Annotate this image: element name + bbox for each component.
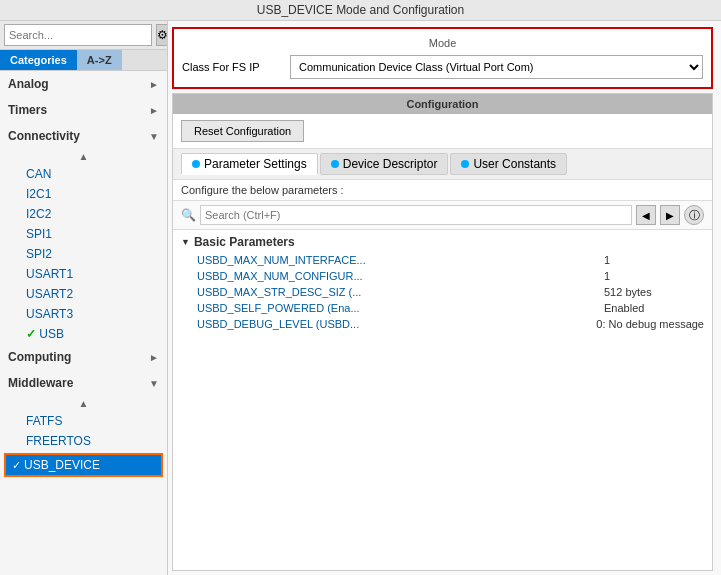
config-tabs: Parameter Settings Device Descriptor Use…: [173, 149, 712, 180]
tab-device-descriptor[interactable]: Device Descriptor: [320, 153, 449, 175]
sidebar-searchbar: ⚙: [0, 21, 167, 50]
sidebar-item-usart1[interactable]: USART1: [20, 264, 167, 284]
mode-row: Class For FS IP Communication Device Cla…: [182, 55, 703, 79]
chevron-right-icon: ►: [149, 352, 159, 363]
sidebar-item-connectivity[interactable]: Connectivity ▼: [0, 123, 167, 149]
sidebar-content: Analog ► Timers ► Connectivity ▼ ▲ CAN I…: [0, 71, 167, 575]
sidebar-item-computing[interactable]: Computing ►: [0, 344, 167, 370]
param-name: USBD_SELF_POWERED (Ena...: [197, 302, 604, 314]
page-title-bar: USB_DEVICE Mode and Configuration: [0, 0, 721, 21]
sidebar-item-i2c1[interactable]: I2C1: [20, 184, 167, 204]
tab-categories[interactable]: Categories: [0, 50, 77, 70]
connectivity-items: CAN I2C1 I2C2 SPI1 SPI2 USART1 USART2 US…: [0, 164, 167, 344]
sidebar-item-usb-device[interactable]: ✓ USB_DEVICE: [4, 453, 163, 477]
mode-panel: Mode Class For FS IP Communication Devic…: [172, 27, 713, 89]
tab-az[interactable]: A->Z: [77, 50, 122, 70]
scroll-up-indicator2: ▲: [0, 396, 167, 411]
table-row: USBD_DEBUG_LEVEL (USBD... 0: No debug me…: [173, 316, 712, 332]
sidebar-item-usart3[interactable]: USART3: [20, 304, 167, 324]
config-title: Configuration: [173, 94, 712, 114]
sidebar-item-i2c2[interactable]: I2C2: [20, 204, 167, 224]
tab-user-constants[interactable]: User Constants: [450, 153, 567, 175]
sidebar-item-fatfs[interactable]: FATFS: [20, 411, 167, 431]
chevron-down-icon: ▼: [181, 237, 190, 247]
dot-icon: [461, 160, 469, 168]
table-row: USBD_MAX_NUM_CONFIGUR... 1: [173, 268, 712, 284]
search-icon: 🔍: [181, 208, 196, 222]
nav-next-button[interactable]: ▶: [660, 205, 680, 225]
nav-prev-button[interactable]: ◀: [636, 205, 656, 225]
sidebar-item-spi1[interactable]: SPI1: [20, 224, 167, 244]
config-toolbar: Reset Configuration: [173, 114, 712, 149]
config-panel: Configuration Reset Configuration Parame…: [172, 93, 713, 571]
basic-params-header[interactable]: ▼ Basic Parameters: [173, 232, 712, 252]
sidebar-search-input[interactable]: [4, 24, 152, 46]
info-icon[interactable]: ⓘ: [684, 205, 704, 225]
class-label: Class For FS IP: [182, 61, 282, 73]
sidebar: ⚙ Categories A->Z Analog ► Timers ► Conn…: [0, 21, 168, 575]
table-row: USBD_MAX_NUM_INTERFACE... 1: [173, 252, 712, 268]
table-row: USBD_SELF_POWERED (Ena... Enabled: [173, 300, 712, 316]
gear-icon[interactable]: ⚙: [156, 24, 168, 46]
param-value: 1: [604, 270, 704, 282]
chevron-down-icon: ▼: [149, 131, 159, 142]
sidebar-item-middleware[interactable]: Middleware ▼: [0, 370, 167, 396]
param-value: Enabled: [604, 302, 704, 314]
dot-icon: [331, 160, 339, 168]
param-name: USBD_MAX_STR_DESC_SIZ (...: [197, 286, 604, 298]
page-title: USB_DEVICE Mode and Configuration: [257, 3, 464, 17]
sidebar-item-spi2[interactable]: SPI2: [20, 244, 167, 264]
sidebar-tab-row: Categories A->Z: [0, 50, 167, 71]
param-value: 1: [604, 254, 704, 266]
chevron-down-icon: ▼: [149, 378, 159, 389]
param-value: 0: No debug message: [596, 318, 704, 330]
param-value: 512 bytes: [604, 286, 704, 298]
param-name: USBD_MAX_NUM_CONFIGUR...: [197, 270, 604, 282]
sidebar-item-analog[interactable]: Analog ►: [0, 71, 167, 97]
sidebar-item-can[interactable]: CAN: [20, 164, 167, 184]
config-description: Configure the below parameters :: [173, 180, 712, 201]
mode-title: Mode: [182, 37, 703, 49]
sidebar-item-freertos[interactable]: FREERTOS: [20, 431, 167, 451]
chevron-right-icon: ►: [149, 105, 159, 116]
check-icon: ✓: [12, 459, 21, 472]
chevron-right-icon: ►: [149, 79, 159, 90]
sidebar-item-usart2[interactable]: USART2: [20, 284, 167, 304]
dot-icon: [192, 160, 200, 168]
param-name: USBD_DEBUG_LEVEL (USBD...: [197, 318, 596, 330]
params-content: ▼ Basic Parameters USBD_MAX_NUM_INTERFAC…: [173, 230, 712, 570]
sidebar-item-timers[interactable]: Timers ►: [0, 97, 167, 123]
right-content: Mode Class For FS IP Communication Devic…: [168, 21, 721, 575]
reset-config-button[interactable]: Reset Configuration: [181, 120, 304, 142]
table-row: USBD_MAX_STR_DESC_SIZ (... 512 bytes: [173, 284, 712, 300]
scroll-up-indicator: ▲: [0, 149, 167, 164]
config-searchbar: 🔍 ◀ ▶ ⓘ: [173, 201, 712, 230]
tab-parameter-settings[interactable]: Parameter Settings: [181, 153, 318, 175]
param-name: USBD_MAX_NUM_INTERFACE...: [197, 254, 604, 266]
middleware-items: FATFS FREERTOS: [0, 411, 167, 451]
config-search-input[interactable]: [200, 205, 632, 225]
sidebar-item-usb[interactable]: USB: [20, 324, 167, 344]
class-select[interactable]: Communication Device Class (Virtual Port…: [290, 55, 703, 79]
